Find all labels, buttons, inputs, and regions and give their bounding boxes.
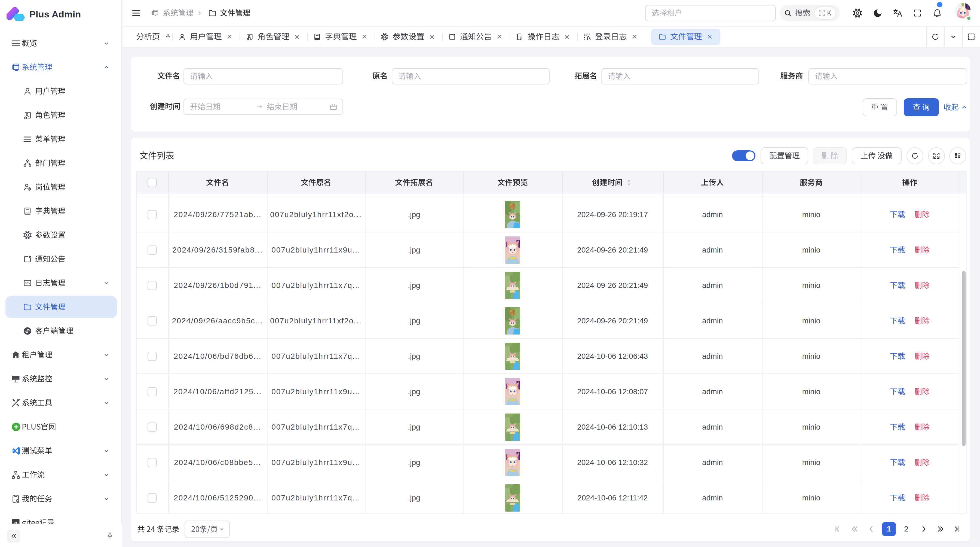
svg-text:DEV: DEV — [25, 281, 30, 284]
svg-text:g: g — [14, 520, 18, 523]
